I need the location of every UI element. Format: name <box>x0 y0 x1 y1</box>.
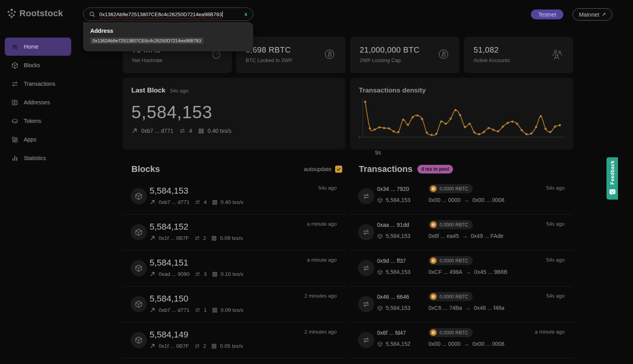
block-number-link[interactable]: 5,584,150 <box>150 294 188 304</box>
chat-smiley-icon <box>609 189 616 197</box>
rbtc-amount-badge: B 0.0000 RBTC <box>428 292 473 301</box>
last-block-miner-hash[interactable]: 0xb7 ... d771 <box>141 128 173 134</box>
block-miner-hash[interactable]: 0xad ... 9090 <box>159 271 190 277</box>
transaction-hash-link[interactable]: 0x46 ... 6646 <box>377 294 428 300</box>
rootstock-logo[interactable]: Rootstock <box>6 8 63 19</box>
block-miner-hash[interactable]: 0x1f ... 0B7F <box>159 235 189 241</box>
transaction-block-number[interactable]: 5,584,153 <box>386 269 410 275</box>
bar-chart-icon <box>11 155 19 162</box>
swap-arrows-icon <box>358 260 374 276</box>
transaction-to-address[interactable]: 0x46 ... f48a <box>474 305 504 311</box>
arrow-right-icon: → <box>464 341 469 347</box>
block-miner-hash[interactable]: 0xb7 ... d771 <box>159 199 190 205</box>
home-icon <box>11 43 19 51</box>
clear-search-button[interactable]: x <box>244 11 247 17</box>
mainnet-button[interactable]: Mainnet ↗ <box>572 8 612 21</box>
block-miner-hash[interactable]: 0xb7 ... d771 <box>159 307 190 313</box>
transaction-from-address[interactable]: 0x00 ... 0000 <box>428 197 461 203</box>
sidebar-item-addresses[interactable]: Addresses <box>5 93 71 111</box>
cube-icon <box>131 332 147 348</box>
search-input[interactable]: 0x1362Ab9e72513807CE6c4c26250D7214ea98B7… <box>83 8 253 21</box>
transaction-amount: 0.0000 RBTC <box>440 222 468 228</box>
cube-icon <box>377 197 383 203</box>
bitcoin-icon: B <box>430 329 437 336</box>
transaction-block-number[interactable]: 5,584,153 <box>386 197 410 203</box>
stat-card-locking-cap: 21,000,000 BTC 2WP Locking Cap <box>350 37 459 73</box>
stat-label: BTC Locked In 2WP <box>246 57 336 63</box>
block-number-link[interactable]: 5,584,153 <box>150 186 188 196</box>
sidebar-item-transactions[interactable]: Transactions <box>5 75 71 93</box>
rootstock-logo-icon <box>6 8 17 19</box>
transaction-row[interactable]: 0x34 ... 7920 B 0.0000 RBTC <box>350 179 573 215</box>
block-row[interactable]: 5,584,151 0xad ... 9090 3 <box>123 251 345 287</box>
sidebar-item-tokens[interactable]: Tokens <box>5 112 71 130</box>
testnet-button[interactable]: Testnet <box>531 9 563 19</box>
transaction-to-address[interactable]: 0x00 ... 0008 <box>472 341 504 347</box>
swap-arrows-icon <box>358 296 374 312</box>
cube-icon <box>377 233 383 239</box>
transaction-to-address[interactable]: 0x49 ... FAde <box>471 233 504 239</box>
block-row[interactable]: 5,584,152 0x1f ... 0B7F 2 <box>123 215 345 251</box>
transaction-from-address[interactable]: 0x00 ... 0000 <box>428 341 461 347</box>
block-row[interactable]: 5,584,153 0xb7 ... d771 4 <box>123 179 345 215</box>
transaction-amount: 0.0000 RBTC <box>440 330 468 336</box>
swap-arrows-icon <box>195 199 201 205</box>
block-age: 2 minutes ago <box>304 293 337 299</box>
autoupdate-checkbox[interactable] <box>335 166 342 173</box>
block-row[interactable]: 5,584,150 0xb7 ... d771 1 <box>123 287 345 323</box>
bitcoin-icon: B <box>430 293 437 300</box>
transaction-row[interactable]: 0x9d ... ff37 B 0.0000 RBTC <box>350 251 573 287</box>
transaction-from-address[interactable]: 0xC6 ... 74Ba <box>428 305 462 311</box>
search-icon <box>89 11 95 17</box>
sidebar-item-label: Apps <box>24 136 36 143</box>
miner-arrow-icon <box>150 235 155 241</box>
txs-in-pool-badge[interactable]: 4 txs in pool <box>417 165 453 174</box>
transaction-row[interactable]: 0x46 ... 6646 B 0.0000 RBTC <box>350 287 573 323</box>
transaction-to-address[interactable]: 0x00 ... 0008 <box>472 197 504 203</box>
block-tx-count: 1 <box>204 307 207 313</box>
search-input-value[interactable]: 0x1362Ab9e72513807CE6c4c26250D7214ea98B7… <box>99 11 222 17</box>
transaction-hash-link[interactable]: 0x6f ... fd47 <box>377 330 428 336</box>
transaction-hash-link[interactable]: 0xaa ... 91dd <box>377 222 428 228</box>
arrow-right-icon: → <box>465 305 471 311</box>
bitcoin-icon <box>323 48 336 62</box>
transaction-row[interactable]: 0x6f ... fd47 B 0.0000 RBTC <box>350 323 573 358</box>
feedback-button[interactable]: Feedback <box>606 157 618 200</box>
block-number-link[interactable]: 5,584,151 <box>150 258 188 268</box>
last-block-tx-count: 4 <box>189 128 192 134</box>
sidebar-item-blocks[interactable]: Blocks <box>5 56 71 74</box>
block-miner-hash[interactable]: 0x1f ... 0B7F <box>159 343 189 349</box>
transaction-block-number[interactable]: 5,584,153 <box>386 233 410 239</box>
blocks-section: Blocks autoupdate 5,584,153 <box>123 160 345 358</box>
transaction-row[interactable]: 0xaa ... 91dd B 0.0000 RBTC <box>350 215 573 251</box>
last-block-number[interactable]: 5,584,153 <box>131 102 212 122</box>
swap-arrows-icon <box>358 224 374 240</box>
transaction-hash-link[interactable]: 0x34 ... 7920 <box>377 186 428 192</box>
transaction-from-address[interactable]: 0xCF ... 498A <box>428 269 462 275</box>
cube-icon <box>377 305 383 311</box>
sidebar-item-apps[interactable]: Apps <box>5 130 71 149</box>
block-tx-rate: 0.40 txs/s <box>221 199 244 205</box>
mainnet-label: Mainnet <box>579 11 599 18</box>
bitcoin-icon <box>437 48 450 62</box>
transaction-block-number[interactable]: 5,584,153 <box>386 305 410 311</box>
text-cursor <box>222 11 223 17</box>
rbtc-amount-badge: B 0.0000 RBTC <box>428 220 473 229</box>
block-tx-count: 3 <box>204 271 207 277</box>
cube-icon <box>377 341 383 347</box>
transaction-to-address[interactable]: 0x45 ... 9B8B <box>474 269 508 275</box>
transaction-block-number[interactable]: 5,584,152 <box>386 341 410 347</box>
block-row[interactable]: 5,584,149 0x1f ... 0B7F 2 <box>123 323 345 358</box>
suggestion-address-item[interactable]: 0x1362Ab9e72513807CE6c4c26250D7214ea98B7… <box>90 38 203 44</box>
block-number-link[interactable]: 5,584,152 <box>150 222 188 232</box>
miner-arrow-icon <box>131 128 138 134</box>
sidebar-item-home[interactable]: Home <box>5 38 71 56</box>
transaction-from-address[interactable]: 0x6f ... ea45 <box>428 233 459 239</box>
miner-arrow-icon <box>150 271 155 277</box>
transaction-hash-link[interactable]: 0x9d ... ff37 <box>377 258 428 264</box>
cube-icon <box>131 296 147 312</box>
block-number-link[interactable]: 5,584,149 <box>150 330 188 340</box>
sidebar-item-statistics[interactable]: Statistics <box>5 149 71 167</box>
sidebar-nav: Home Blocks Transactions <box>5 38 71 167</box>
last-block-age: 54s ago <box>170 88 188 94</box>
